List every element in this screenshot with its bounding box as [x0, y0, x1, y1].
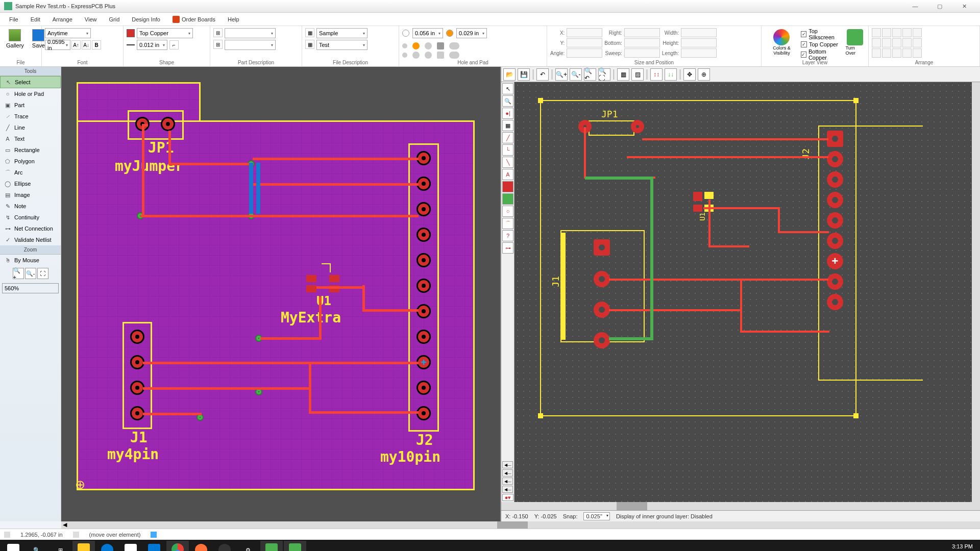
- app2-button[interactable]: [284, 541, 306, 551]
- menu-grid[interactable]: Grid: [104, 15, 125, 24]
- tool-note[interactable]: ✎Note: [0, 201, 61, 212]
- viewer-plane-tool[interactable]: [502, 193, 513, 205]
- viewer-layer1-button[interactable]: ▦: [617, 68, 629, 81]
- main-canvas[interactable]: JP1 myJumper J2 my10pin: [61, 67, 500, 521]
- menu-arrange[interactable]: Arrange: [47, 15, 78, 24]
- align-center-button[interactable]: [882, 28, 891, 37]
- viewer-hscrollbar[interactable]: [501, 502, 980, 510]
- zoom-level-dropdown[interactable]: 560%: [2, 283, 59, 293]
- menu-order-boards[interactable]: Order Boards: [167, 14, 220, 24]
- bold-button[interactable]: B: [92, 40, 101, 49]
- flip-h-button[interactable]: [913, 38, 922, 47]
- minimize-button[interactable]: —: [903, 1, 927, 11]
- viewer-layer-select[interactable]: ●▾: [502, 494, 513, 501]
- tool-part[interactable]: ▣Part: [0, 99, 61, 111]
- viewer-zoom-tool[interactable]: 🔍: [502, 95, 513, 107]
- viewer-vscrollbar[interactable]: [972, 82, 980, 502]
- turn-over-button[interactable]: Turn Over: [845, 28, 865, 57]
- pad-round-large-button[interactable]: [412, 42, 420, 49]
- viewer-disconnect-tool[interactable]: ╲: [502, 157, 513, 168]
- menu-file[interactable]: File: [4, 15, 23, 24]
- file-row1-icon[interactable]: ▦: [305, 28, 314, 37]
- font-increase-button[interactable]: A↑: [71, 40, 81, 49]
- viewer-circle-tool[interactable]: ○: [502, 206, 513, 217]
- viewer-open-button[interactable]: 📂: [503, 68, 516, 81]
- obs-button[interactable]: [213, 541, 236, 551]
- pad-row2-2[interactable]: [412, 52, 420, 59]
- font-decrease-button[interactable]: A↓: [82, 40, 91, 49]
- tool-line[interactable]: ╱Line: [0, 122, 61, 133]
- tool-image[interactable]: ▤Image: [0, 189, 61, 201]
- top-silk-checkbox[interactable]: [801, 31, 806, 37]
- tool-ellipse[interactable]: ◯Ellipse: [0, 178, 61, 189]
- pad-round-button[interactable]: [402, 43, 407, 48]
- pad-row2-4[interactable]: [437, 52, 444, 59]
- right-input[interactable]: [624, 28, 660, 37]
- shape-layer-dropdown[interactable]: Top Copper: [137, 28, 193, 38]
- tool-polygon[interactable]: ⬠Polygon: [0, 156, 61, 167]
- file-explorer-button[interactable]: [72, 541, 95, 551]
- edge-button[interactable]: [96, 541, 118, 551]
- viewer-cursor-tool[interactable]: ↖: [502, 83, 513, 94]
- viewer-save-button[interactable]: 💾: [518, 68, 530, 81]
- gallery-button[interactable]: Gallery: [3, 28, 27, 49]
- colors-visibility-button[interactable]: Colors & Visibility: [765, 28, 799, 57]
- zoom-by-mouse[interactable]: 🖱By Mouse: [0, 255, 61, 266]
- layer-arrow-3[interactable]: ◀—: [502, 478, 513, 485]
- group-button[interactable]: [882, 48, 891, 58]
- viewer-center-button[interactable]: ⊕: [698, 68, 710, 81]
- tool-arc[interactable]: ⌒Arc: [0, 167, 61, 178]
- viewer-rect-tool[interactable]: [502, 181, 513, 192]
- pad-oblong-button[interactable]: [449, 42, 459, 49]
- viewer-zoom-prev-button[interactable]: 🔍↶: [584, 68, 596, 81]
- pad-circle-button[interactable]: [425, 42, 432, 49]
- length-input[interactable]: [681, 48, 717, 58]
- viewer-canvas[interactable]: JP1 J2: [514, 82, 972, 502]
- tool-trace[interactable]: ⟋Trace: [0, 111, 61, 122]
- tool-select[interactable]: ↖Select: [0, 76, 61, 88]
- settings-button[interactable]: ⚙: [237, 541, 259, 551]
- viewer-arc-tool[interactable]: ⌒: [502, 218, 513, 229]
- distribute-h-button[interactable]: [872, 38, 881, 47]
- shape-color-swatch[interactable]: [127, 29, 135, 37]
- viewer-corner-tool[interactable]: └: [502, 144, 513, 156]
- corner-style-button[interactable]: ⌐: [169, 40, 179, 49]
- back-button[interactable]: [913, 48, 922, 58]
- tool-net-connection[interactable]: ⊶Net Connection: [0, 223, 61, 234]
- align-bottom-button[interactable]: [913, 28, 922, 37]
- menu-help[interactable]: Help: [223, 15, 244, 24]
- start-button[interactable]: [2, 541, 24, 551]
- part-desc-2-dropdown[interactable]: [225, 40, 276, 50]
- viewer-trace-tool[interactable]: ╱: [502, 132, 513, 143]
- viewer-net-tool[interactable]: ⊶: [502, 242, 513, 254]
- task-view-button[interactable]: ⊞: [49, 541, 71, 551]
- layer-arrow-2[interactable]: ◀—: [502, 469, 513, 477]
- mail-button[interactable]: [143, 541, 165, 551]
- hole-size-dropdown[interactable]: 0.056 in: [412, 28, 443, 38]
- viewer-mirror-button[interactable]: ↓↓: [665, 68, 677, 81]
- tool-hole-or-pad[interactable]: ○Hole or Pad: [0, 88, 61, 99]
- pad-size-dropdown[interactable]: 0.029 in: [456, 28, 487, 38]
- search-button[interactable]: 🔍: [26, 541, 48, 551]
- viewer-layer2-button[interactable]: ▨: [631, 68, 644, 81]
- align-top-button[interactable]: [902, 28, 912, 37]
- chrome-button[interactable]: [166, 541, 189, 551]
- tool-rectangle[interactable]: ▭Rectangle: [0, 144, 61, 156]
- font-family-dropdown[interactable]: Anytime: [45, 28, 91, 38]
- maximize-button[interactable]: ▢: [928, 1, 951, 11]
- viewer-snap-dropdown[interactable]: 0.025": [583, 512, 609, 520]
- pad-square-button[interactable]: [437, 42, 444, 49]
- main-hscrollbar[interactable]: ◀: [0, 521, 980, 529]
- rotate-left-button[interactable]: [892, 38, 901, 47]
- viewer-zoom-in-button[interactable]: 🔍+: [555, 68, 568, 81]
- viewer-text-tool[interactable]: A: [502, 169, 513, 180]
- top-copper-checkbox[interactable]: [801, 41, 807, 47]
- viewer-component-tool[interactable]: ▦: [502, 120, 513, 131]
- viewer-flip-button[interactable]: ↕↕: [650, 68, 663, 81]
- part-row1-icon[interactable]: ⊞: [213, 28, 223, 37]
- file-desc-1-dropdown[interactable]: Sample: [316, 28, 368, 38]
- width-input[interactable]: [681, 28, 717, 37]
- viewer-zoom-fit-button[interactable]: 🔍⛶: [598, 68, 610, 81]
- x-input[interactable]: [567, 28, 602, 37]
- viewer-info-tool[interactable]: ?: [502, 230, 513, 241]
